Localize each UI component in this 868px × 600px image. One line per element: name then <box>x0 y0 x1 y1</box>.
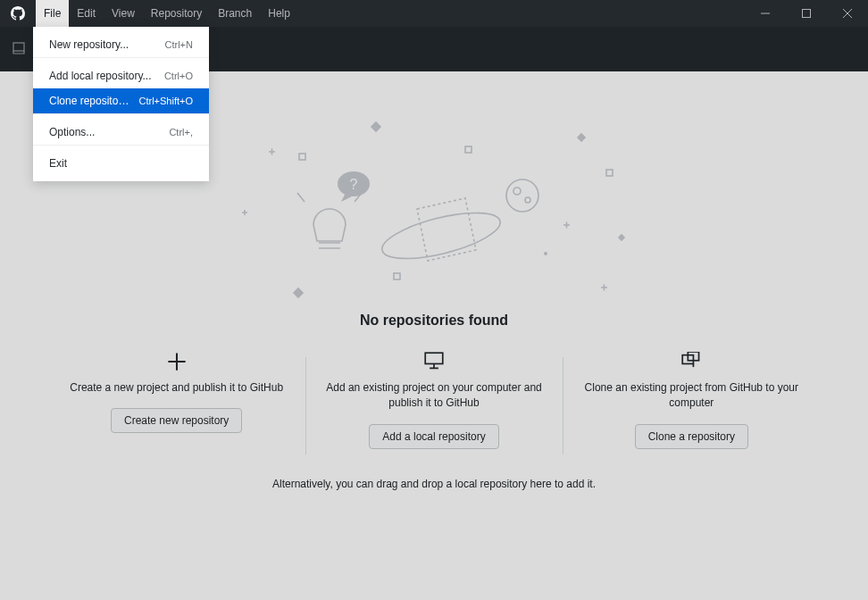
titlebar: File Edit View Repository Branch Help <box>0 0 868 27</box>
menu-view[interactable]: View <box>104 0 143 27</box>
menu-item-shortcut: Ctrl+, <box>160 127 193 138</box>
menu-item-label: Options... <box>49 126 160 138</box>
menu-bar: File Edit View Repository Branch Help <box>36 0 298 27</box>
file-dropdown: New repository... Ctrl+N Add local repos… <box>33 27 209 181</box>
menu-file[interactable]: File <box>36 0 69 27</box>
menu-new-repository[interactable]: New repository... Ctrl+N <box>33 32 209 57</box>
menu-item-shortcut: Ctrl+O <box>155 71 193 81</box>
svg-rect-0 <box>803 10 811 18</box>
menu-item-shortcut: Ctrl+Shift+O <box>129 96 193 106</box>
menu-item-label: Add local repository... <box>49 70 155 82</box>
close-button[interactable] <box>827 0 868 27</box>
menu-item-label: New repository... <box>49 38 156 51</box>
github-logo-icon <box>11 6 25 21</box>
menu-repository[interactable]: Repository <box>143 0 210 27</box>
menu-item-label: Clone repositor... <box>49 95 129 107</box>
menu-item-label: Exit <box>49 157 193 170</box>
window-controls <box>745 0 868 27</box>
menu-item-shortcut: Ctrl+N <box>156 39 193 50</box>
menu-clone-repository[interactable]: Clone repositor... Ctrl+Shift+O <box>33 88 209 113</box>
menu-branch[interactable]: Branch <box>210 0 260 27</box>
menu-options[interactable]: Options... Ctrl+, <box>33 120 209 145</box>
menu-edit[interactable]: Edit <box>69 0 104 27</box>
menu-exit[interactable]: Exit <box>33 151 209 176</box>
menu-add-local-repository[interactable]: Add local repository... Ctrl+O <box>33 63 209 88</box>
minimize-button[interactable] <box>745 0 786 27</box>
menu-help[interactable]: Help <box>260 0 298 27</box>
maximize-button[interactable] <box>786 0 827 27</box>
